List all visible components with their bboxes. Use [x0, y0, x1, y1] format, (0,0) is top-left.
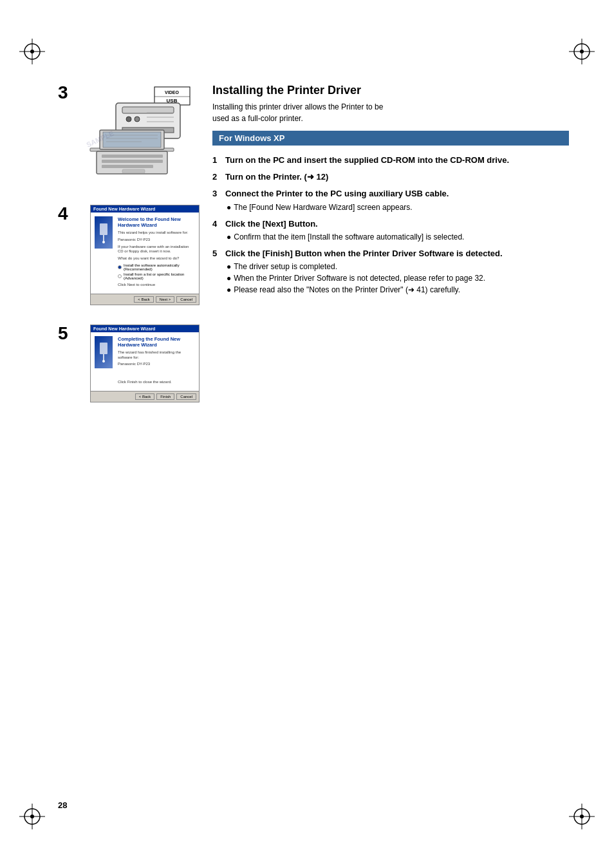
- corner-mark-br: [569, 804, 595, 829]
- instructions-list: 1 Turn on the PC and insert the supplied…: [212, 155, 569, 296]
- wizard4-device: Panasonic DY-P23: [118, 238, 195, 243]
- step2-num: 2: [212, 171, 221, 183]
- bullet-dot-5c: ●: [227, 284, 231, 296]
- step3-row: 3 VIDEO USB: [58, 84, 200, 185]
- section-title: Installing the Printer Driver: [212, 84, 569, 97]
- wizard4-radio2: [118, 274, 122, 278]
- wizard4-heading: Welcome to the Found New Hardware Wizard: [118, 216, 195, 228]
- step4-header: 4 Click the [Next] Button.: [212, 218, 569, 230]
- wizard4-icon-bg: [95, 216, 113, 249]
- svg-rect-34: [122, 169, 145, 173]
- step5-text: Click the [Finish] Button when the Print…: [225, 248, 503, 259]
- wizard4-body: Welcome to the Found New Hardware Wizard…: [91, 212, 199, 294]
- step5-bullet-2: ● When the Printer Driver Software is no…: [227, 272, 569, 284]
- step2-header: 2 Turn on the Printer. (➜ 12): [212, 171, 569, 183]
- wizard4-footer: < Back Next > Cancel: [91, 294, 199, 305]
- step5-bullet-3-text: Please read also the "Notes on the Print…: [234, 284, 460, 296]
- step3-header: 3 Connect the Printer to the PC using au…: [212, 188, 569, 200]
- section-intro-line2: used as a full-color printer.: [212, 114, 303, 123]
- bullet-dot-4: ●: [227, 231, 231, 243]
- instruction-step-2: 2 Turn on the Printer. (➜ 12): [212, 171, 569, 183]
- svg-rect-31: [102, 155, 163, 158]
- wizard5-footer-hint: Click Finish to close the wizard.: [118, 380, 195, 385]
- main-content: 3 VIDEO USB: [58, 84, 569, 422]
- wizard4-cancel-btn[interactable]: Cancel: [176, 296, 196, 303]
- wizard5-device: Panasonic DY-P23: [118, 362, 195, 367]
- step5-header: 5 Click the [Finish] Button when the Pri…: [212, 248, 569, 259]
- svg-rect-33: [102, 165, 153, 168]
- step5-bullet-2-text: When the Printer Driver Software is not …: [234, 272, 485, 284]
- wizard5-heading: Completing the Found New Hardware Wizard: [118, 336, 195, 348]
- step5-bullets: ● The driver setup is completed. ● When …: [227, 261, 569, 296]
- corner-mark-tr: [569, 39, 595, 64]
- bullet-dot-5b: ●: [227, 272, 231, 284]
- wizard5-footer: < Back Finish Cancel: [91, 391, 199, 402]
- step1-text: Turn on the PC and insert the supplied C…: [225, 155, 509, 166]
- right-column: Installing the Printer Driver Installing…: [212, 84, 569, 422]
- wizard4-prompt: What do you want the wizard to do?: [118, 256, 195, 261]
- corner-mark-tl: [19, 39, 45, 64]
- wizard5-icon: [95, 336, 114, 387]
- step4-bullets: ● Confirm that the item [Install the sof…: [227, 231, 569, 243]
- wizard4-option2: Install from a list or specific location…: [118, 272, 195, 280]
- svg-point-24: [135, 117, 140, 122]
- step3-bullet-1-text: The [Found New Hardware Wizard] screen a…: [234, 202, 412, 213]
- wizard5-icon-bg: [95, 336, 113, 368]
- step4-num: 4: [212, 218, 221, 230]
- wizard5-cancel-btn[interactable]: Cancel: [176, 393, 196, 400]
- step3-text: Connect the Printer to the PC using auxi…: [225, 188, 449, 200]
- step3-diagram: VIDEO USB: [77, 84, 200, 185]
- wizard5-desc1: The wizard has finished installing the s…: [118, 350, 195, 361]
- instruction-step-3: 3 Connect the Printer to the PC using au…: [212, 188, 569, 212]
- wizard4-radio1: [118, 265, 122, 269]
- section-intro: Installing this printer driver allows th…: [212, 101, 569, 124]
- wizard4-titlebar: Found New Hardware Wizard: [91, 205, 199, 212]
- step1-header: 1 Turn on the PC and insert the supplied…: [212, 155, 569, 166]
- page-number: 28: [58, 800, 67, 810]
- bullet-dot: ●: [227, 202, 231, 213]
- step3-number: 3: [58, 84, 77, 102]
- wizard4-text-area: Welcome to the Found New Hardware Wizard…: [118, 216, 195, 290]
- svg-rect-44: [100, 343, 107, 354]
- instruction-step-5: 5 Click the [Finish] Button when the Pri…: [212, 248, 569, 296]
- svg-rect-41: [100, 223, 107, 235]
- wizard4-icon: [95, 216, 114, 290]
- step3-bullets: ● The [Found New Hardware Wizard] screen…: [227, 202, 569, 213]
- svg-point-23: [126, 117, 131, 122]
- step3-num: 3: [212, 188, 221, 200]
- corner-mark-bl: [19, 804, 45, 829]
- step3-bullet-1: ● The [Found New Hardware Wizard] screen…: [227, 202, 569, 213]
- wizard5-titlebar: Found New Hardware Wizard: [91, 325, 199, 332]
- wizard4-desc1: This wizard helps you install software f…: [118, 231, 195, 236]
- step4-bullet-1-text: Confirm that the item [Install the softw…: [234, 231, 464, 243]
- step1-num: 1: [212, 155, 221, 166]
- printer-laptop-svg: VIDEO USB: [77, 84, 200, 184]
- wizard4-question: If your hardware came with an installati…: [118, 245, 195, 255]
- wizard5-finish-btn[interactable]: Finish: [156, 393, 174, 400]
- step2-text: Turn on the Printer. (➜ 12): [225, 171, 328, 183]
- left-column: 3 VIDEO USB: [58, 84, 200, 422]
- svg-rect-21: [122, 107, 174, 113]
- step4-text: Click the [Next] Button.: [225, 218, 318, 230]
- wizard5-text-area: Completing the Found New Hardware Wizard…: [118, 336, 195, 387]
- svg-rect-32: [102, 160, 163, 163]
- section-intro-line1: Installing this printer driver allows th…: [212, 102, 383, 111]
- wizard4-screenshot: Found New Hardware Wizard Welcome to th: [90, 205, 200, 305]
- svg-point-46: [102, 360, 105, 363]
- step4-row: 4 Found New Hardware Wizard: [58, 205, 200, 305]
- step4-bullet-1: ● Confirm that the item [Install the sof…: [227, 231, 569, 243]
- step5-num: 5: [212, 248, 221, 259]
- bullet-dot-5a: ●: [227, 261, 231, 272]
- step5-bullet-1-text: The driver setup is completed.: [234, 261, 337, 272]
- step5-bullet-3: ● Please read also the "Notes on the Pri…: [227, 284, 569, 296]
- step4-number: 4: [58, 205, 77, 223]
- wizard4-back-btn[interactable]: < Back: [134, 296, 154, 303]
- svg-text:VIDEO: VIDEO: [165, 90, 179, 95]
- wizard4-next-btn[interactable]: Next >: [156, 296, 175, 303]
- step5-number: 5: [58, 325, 77, 343]
- svg-point-43: [102, 241, 105, 243]
- wizard4-footer-hint: Click Next to continue: [118, 283, 195, 288]
- wizard5-back-btn[interactable]: < Back: [135, 393, 155, 400]
- windows-xp-banner: For Windows XP: [212, 131, 569, 146]
- wizard5-body: Completing the Found New Hardware Wizard…: [91, 332, 199, 391]
